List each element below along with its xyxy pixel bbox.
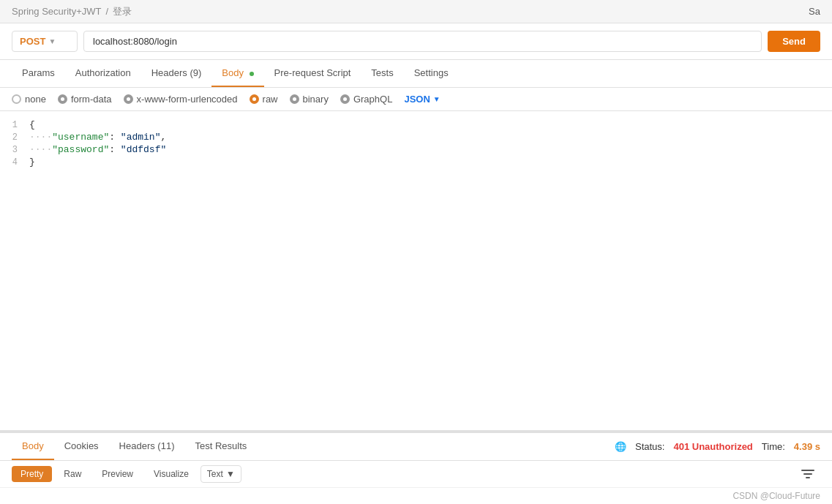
time-value: 4.39 s <box>794 441 820 452</box>
rtab-test-results[interactable]: Test Results <box>184 433 257 460</box>
format-buttons: Pretty Raw Preview Visualize Text ▼ <box>12 465 241 483</box>
url-input[interactable] <box>83 31 762 52</box>
svg-rect-1 <box>803 473 812 475</box>
method-selector[interactable]: POST ▼ <box>12 31 78 52</box>
method-label: POST <box>20 36 45 47</box>
response-tabs-left: Body Cookies Headers (11) Test Results <box>12 433 257 460</box>
svg-rect-0 <box>801 470 814 471</box>
tab-settings[interactable]: Settings <box>404 60 459 87</box>
body-type-graphql[interactable]: GraphQL <box>340 94 392 105</box>
rtab-cookies[interactable]: Cookies <box>54 433 109 460</box>
body-type-selector: none form-data x-www-form-urlencoded raw… <box>0 88 832 111</box>
code-editor[interactable]: 1 { 2 ····"username": "admin", 3 ····"pa… <box>0 111 832 431</box>
body-dot-indicator <box>250 72 254 76</box>
json-type-label: JSON <box>404 94 430 105</box>
svg-rect-2 <box>806 477 810 478</box>
tab-authorization[interactable]: Authorization <box>65 60 141 87</box>
response-status-bar: 🌐 Status: 401 Unauthorized Time: 4.39 s <box>615 441 820 452</box>
tab-tests[interactable]: Tests <box>361 60 403 87</box>
status-label: Status: <box>635 441 664 452</box>
send-button[interactable]: Send <box>768 31 820 52</box>
globe-icon: 🌐 <box>615 441 626 452</box>
status-code: 401 Unauthorized <box>673 441 752 452</box>
json-type-selector[interactable]: JSON ▼ <box>404 94 440 105</box>
text-type-selector[interactable]: Text ▼ <box>200 465 241 483</box>
body-type-none[interactable]: none <box>12 94 46 105</box>
format-bar: Pretty Raw Preview Visualize Text ▼ <box>0 461 832 488</box>
watermark: CSDN @Cloud-Future <box>0 488 832 504</box>
radio-binary <box>290 94 299 104</box>
request-tabs: Params Authorization Headers (9) Body Pr… <box>0 60 832 88</box>
body-type-binary[interactable]: binary <box>290 94 329 105</box>
body-type-raw[interactable]: raw <box>250 94 278 105</box>
tab-prerequest[interactable]: Pre-request Script <box>264 60 361 87</box>
code-line-2: 2 ····"username": "admin", <box>0 131 832 143</box>
text-chevron-icon: ▼ <box>226 469 235 479</box>
fmt-visualize[interactable]: Visualize <box>145 466 198 482</box>
fmt-pretty[interactable]: Pretty <box>12 466 52 482</box>
save-area: Sa <box>809 6 820 17</box>
text-type-label: Text <box>207 469 223 479</box>
rtab-body[interactable]: Body <box>12 433 54 460</box>
filter-icon[interactable] <box>795 466 820 482</box>
separator: / <box>105 6 108 17</box>
body-type-urlencoded[interactable]: x-www-form-urlencoded <box>124 94 238 105</box>
json-type-chevron-icon: ▼ <box>433 95 441 103</box>
request-name: 登录 <box>113 5 132 18</box>
time-label: Time: <box>762 441 785 452</box>
tab-params[interactable]: Params <box>12 60 65 87</box>
radio-graphql <box>340 94 350 104</box>
fmt-raw[interactable]: Raw <box>55 466 90 482</box>
breadcrumb: Spring Security+JWT / 登录 <box>12 5 132 18</box>
radio-raw <box>250 94 259 104</box>
tab-body[interactable]: Body <box>211 60 263 87</box>
main-content: POST ▼ Send Params Authorization Headers… <box>0 23 832 504</box>
code-line-1: 1 { <box>0 119 832 131</box>
save-label: Sa <box>809 6 820 17</box>
fmt-preview[interactable]: Preview <box>93 466 142 482</box>
radio-urlencoded <box>124 94 133 104</box>
method-chevron-icon: ▼ <box>48 37 56 45</box>
code-line-3: 3 ····"password": "ddfdsf" <box>0 143 832 156</box>
rtab-headers[interactable]: Headers (11) <box>109 433 185 460</box>
body-type-form-data[interactable]: form-data <box>58 94 112 105</box>
top-bar: Spring Security+JWT / 登录 Sa <box>0 0 832 23</box>
project-name: Spring Security+JWT <box>12 6 101 17</box>
code-line-4: 4 } <box>0 156 832 168</box>
radio-form-data <box>58 94 67 104</box>
url-bar: POST ▼ Send <box>0 23 832 60</box>
tab-headers[interactable]: Headers (9) <box>141 60 212 87</box>
response-tabs: Body Cookies Headers (11) Test Results 🌐… <box>0 433 832 461</box>
radio-none <box>12 94 21 104</box>
response-area: Body Cookies Headers (11) Test Results 🌐… <box>0 431 832 504</box>
